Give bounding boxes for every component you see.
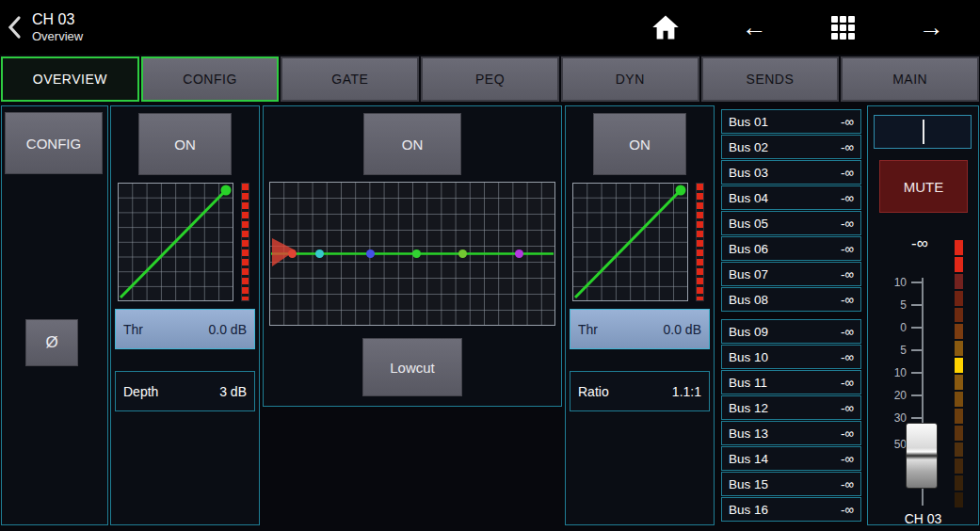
gate-panel: ON Thr 0.0 dB Depth 3 dB [110,105,260,525]
gate-on-button[interactable]: ON [138,113,232,175]
gate-transfer-graph[interactable] [118,183,233,301]
bus-send-level: -∞ [841,115,854,129]
tab-dyn[interactable]: DYN [561,56,699,102]
dyn-threshold-field[interactable]: Thr 0.0 dB [570,309,710,349]
phase-invert-button[interactable]: Ø [25,319,78,366]
bus-name: Bus 13 [729,426,768,441]
bus-send-row-8[interactable]: Bus 08-∞ [721,287,861,312]
dyn-threshold-value: 0.0 dB [664,322,701,337]
gate-threshold-label: Thr [123,322,143,337]
meter-segment [955,392,963,407]
bus-send-level: -∞ [841,217,854,231]
mixer-screen: CH 03 Overview ← → OVERVIEW CONFIG GATE … [0,0,980,531]
gate-threshold-field[interactable]: Thr 0.0 dB [115,309,255,349]
meter-segment [955,426,963,441]
dyn-threshold-label: Thr [578,322,598,337]
dyn-ratio-value: 1.1:1 [672,384,701,399]
bus-name: Bus 09 [729,325,768,339]
tab-peq[interactable]: PEQ [421,56,559,102]
fader-scale-mark: 5 [881,344,923,357]
bus-send-level: -∞ [841,376,854,390]
pan-marker [923,120,924,144]
dyn-ratio-field[interactable]: Ratio 1.1:1 [570,371,710,411]
bus-send-row-3[interactable]: Bus 03-∞ [721,160,861,185]
meter-segment [955,409,963,424]
meter-segment [955,358,963,373]
dyn-on-button[interactable]: ON [593,113,686,175]
peq-band2-handle[interactable] [315,249,324,258]
mute-button[interactable]: MUTE [879,160,968,213]
nav-icons: ← → [649,10,980,44]
bus-send-row-4[interactable]: Bus 04-∞ [721,185,861,210]
sends-panel: Bus 01-∞ Bus 02-∞ Bus 03-∞ Bus 04-∞ Bus … [717,105,865,525]
keypad-icon [831,16,855,40]
gate-depth-field[interactable]: Depth 3 dB [115,371,255,411]
channel-name-label: CH 03 [868,511,978,526]
bus-send-level: -∞ [841,191,854,205]
bus-send-row-10[interactable]: Bus 10-∞ [721,345,861,369]
bus-send-row-14[interactable]: Bus 14-∞ [721,446,861,471]
bus-send-level: -∞ [841,242,854,256]
home-icon [651,14,680,40]
bus-name: Bus 04 [729,191,768,205]
bus-send-row-12[interactable]: Bus 12-∞ [721,395,861,420]
meter-segment [955,459,963,474]
view-subtitle: Overview [32,29,83,44]
main-fader-panel: MUTE -∞ 10 5 0 5 10 20 30 50 [867,105,979,525]
lowcut-button[interactable]: Lowcut [362,338,462,396]
bus-send-level: -∞ [841,477,854,491]
pan-indicator[interactable] [874,115,972,149]
meter-segment [955,291,963,306]
bus-send-row-9[interactable]: Bus 09-∞ [721,319,861,344]
fader-scale-mark: 5 [881,298,923,312]
bus-send-row-1[interactable]: Bus 01-∞ [721,109,861,134]
bus-send-row-15[interactable]: Bus 15-∞ [721,472,861,496]
arrow-right-icon: → [919,13,944,42]
dyn-ratio-label: Ratio [578,384,609,399]
bus-name: Bus 14 [729,452,768,466]
peq-on-button[interactable]: ON [363,113,461,175]
config-button[interactable]: CONFIG [5,112,103,174]
bus-send-row-7[interactable]: Bus 07-∞ [721,262,861,286]
bus-name: Bus 10 [729,350,768,364]
bus-send-level: -∞ [841,325,854,339]
bus-send-row-13[interactable]: Bus 13-∞ [721,421,861,445]
tab-overview[interactable]: OVERVIEW [1,56,139,102]
bus-name: Bus 07 [729,267,768,282]
home-button[interactable] [649,10,683,44]
keypad-button[interactable] [826,10,860,44]
back-button[interactable]: CH 03 Overview [0,10,83,44]
bus-send-row-16[interactable]: Bus 16-∞ [721,497,861,522]
bus-send-level: -∞ [841,293,854,307]
prev-button[interactable]: ← [737,10,771,44]
peq-panel: ON Lowcut [263,105,562,407]
bus-send-level: -∞ [841,166,854,180]
fader-scale-mark: 10 [881,366,923,379]
bus-send-row-2[interactable]: Bus 02-∞ [721,135,861,159]
gate-threshold-value: 0.0 dB [209,322,247,337]
bus-send-level: -∞ [841,267,854,282]
peq-band4-handle[interactable] [412,249,421,258]
meter-segment [955,240,963,255]
bus-name: Bus 15 [729,477,768,491]
tab-config[interactable]: CONFIG [141,56,280,102]
bus-send-row-5[interactable]: Bus 05-∞ [721,211,861,235]
bus-send-level: -∞ [841,503,854,517]
peq-curve-graph[interactable] [269,182,555,326]
tab-main[interactable]: MAIN [841,56,979,102]
next-button[interactable]: → [914,10,948,44]
peq-band5-handle[interactable] [458,249,467,258]
dyn-transfer-graph[interactable] [572,183,688,301]
fader-scale-mark: 0 [881,321,923,334]
tab-gate[interactable]: GATE [281,56,419,102]
channel-level-meter [955,240,963,507]
gate-depth-label: Depth [123,384,158,399]
peq-band1-handle[interactable] [288,249,297,258]
config-panel: CONFIG Ø [1,105,108,525]
bus-send-row-6[interactable]: Bus 06-∞ [721,236,861,261]
chevron-left-icon [6,13,23,41]
tab-sends[interactable]: SENDS [701,56,840,102]
fader-handle[interactable] [906,423,938,489]
meter-segment [955,308,963,323]
bus-send-row-11[interactable]: Bus 11-∞ [721,370,861,394]
